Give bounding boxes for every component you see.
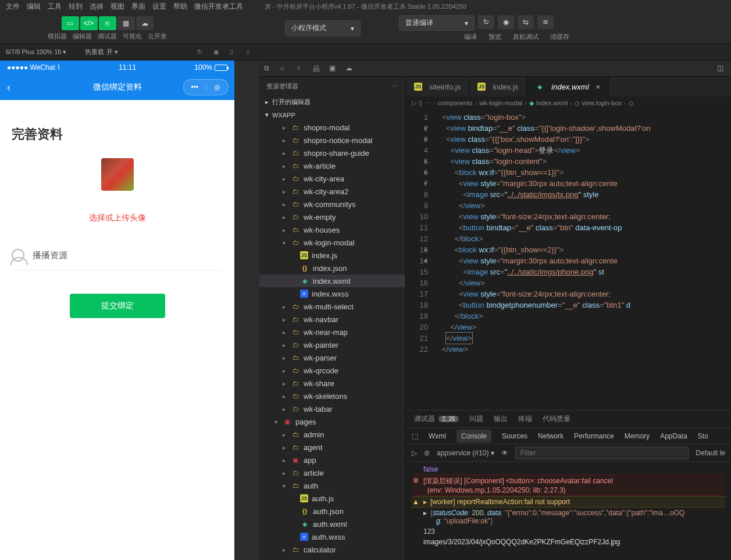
device-icon[interactable]: ▯: [230, 48, 238, 56]
tree-item[interactable]: ≡auth.wxss: [259, 530, 405, 543]
console-filter-input[interactable]: [515, 447, 689, 459]
eye-icon[interactable]: 👁: [501, 449, 508, 457]
home-icon[interactable]: ⌂: [246, 48, 254, 56]
remote-debug-button[interactable]: ⇆: [518, 15, 534, 29]
devtab-storage[interactable]: Sto: [698, 432, 708, 440]
menu-edit[interactable]: 编辑: [23, 2, 44, 12]
tree-item[interactable]: ▸🗀calculator: [259, 543, 405, 556]
devtab-network[interactable]: Network: [538, 432, 564, 440]
tree-item[interactable]: JSindex.js: [259, 249, 405, 262]
split-icon[interactable]: ◫: [717, 64, 726, 73]
back-icon[interactable]: ‹: [7, 81, 10, 94]
search-icon[interactable]: ⌕: [280, 64, 290, 73]
tree-item[interactable]: ▾🗀auth: [259, 479, 405, 492]
open-editors-section[interactable]: ▸ 打开的编辑器: [259, 95, 405, 109]
tree-item[interactable]: ▸🗀wk-houses: [259, 223, 405, 236]
tree-item[interactable]: ▾🗀wk-login-modal: [259, 236, 405, 249]
tree-item[interactable]: ▸🗀wk-empty: [259, 211, 405, 223]
tree-item[interactable]: ▸🗀chat: [259, 556, 405, 560]
context-selector[interactable]: appservice (#10) ▾: [437, 449, 494, 457]
tree-item[interactable]: ▸🗀article: [259, 466, 405, 479]
tree-item[interactable]: ▸🗀shopro-notice-modal: [259, 134, 405, 147]
menu-settings[interactable]: 设置: [149, 2, 170, 12]
files-icon[interactable]: ⧉: [264, 64, 273, 73]
tree-item[interactable]: ▸🗀wk-share: [259, 377, 405, 390]
tree-item[interactable]: ▸🗀wk-city-area: [259, 172, 405, 185]
tree-item[interactable]: ▸🗀wk-qrcode: [259, 364, 405, 377]
code-editor[interactable]: 12▾3▾45▾6▾7▾8910111213▾14▾15161718192021…: [406, 109, 731, 410]
breadcrumb[interactable]: ▷ ▯ ⋯› components› wk-login-modal› ◆inde…: [406, 97, 731, 109]
tree-item[interactable]: ▸🗀wk-near-map: [259, 326, 405, 338]
cloud-toggle[interactable]: ☁: [136, 16, 154, 30]
editor-toggle[interactable]: </>: [80, 16, 98, 30]
devtab-memory[interactable]: Memory: [625, 432, 650, 440]
record-icon[interactable]: ◉: [213, 48, 222, 56]
tree-item[interactable]: ▸🗀wk-parser: [259, 351, 405, 364]
device-selector[interactable]: 6/7/8 Plus 100% 16 ▾: [6, 48, 66, 56]
clear-cache-button[interactable]: ≋: [537, 15, 554, 29]
tree-item[interactable]: ▸🗀shopro-share-guide: [259, 147, 405, 159]
branch-icon[interactable]: ⑂: [297, 64, 306, 73]
panel-tab-quality[interactable]: 代码质量: [543, 414, 570, 424]
visual-toggle[interactable]: ▦: [117, 16, 135, 30]
tree-item[interactable]: ▸🗀wk-communitys: [259, 198, 405, 211]
console-output[interactable]: false ⊗[渲染层错误] [Component] <button>: cho…: [406, 462, 731, 560]
project-section[interactable]: ▾ WXAPP: [259, 109, 405, 121]
terminal-icon[interactable]: ▣: [329, 64, 338, 73]
compile-dropdown[interactable]: 普通编译▾: [399, 15, 475, 31]
panel-tab-terminal[interactable]: 终端: [518, 414, 532, 424]
debugger-toggle[interactable]: ⎋: [99, 16, 116, 30]
devtab-sources[interactable]: Sources: [502, 432, 527, 440]
file-tree[interactable]: ▸🗀shopro-modal▸🗀shopro-notice-modal▸🗀sho…: [259, 121, 405, 560]
tree-item[interactable]: ◆auth.wxml: [259, 518, 405, 530]
mode-dropdown[interactable]: 小程序模式▾: [285, 20, 361, 36]
devtab-performance[interactable]: Performance: [574, 432, 614, 440]
editor-tab[interactable]: ◆index.wxml×: [527, 77, 609, 97]
tree-item[interactable]: {}index.json: [259, 262, 405, 274]
bc-run-icon[interactable]: ▷: [412, 99, 416, 107]
simulator-toggle[interactable]: ▭: [62, 16, 79, 30]
tree-item[interactable]: ▸▣app: [259, 454, 405, 466]
log-levels[interactable]: Default le: [696, 449, 725, 457]
more-icon[interactable]: ⋯: [392, 83, 398, 90]
close-icon[interactable]: ×: [596, 83, 601, 91]
menu-view[interactable]: 视图: [107, 2, 128, 12]
hot-reload-toggle[interactable]: 热重载 开 ▾: [85, 48, 117, 56]
menu-tools[interactable]: 工具: [44, 2, 65, 12]
panel-tab-problems[interactable]: 问题: [469, 414, 483, 424]
tree-item[interactable]: ▸🗀wk-multi-select: [259, 300, 405, 313]
inspect-icon[interactable]: ⬚: [412, 432, 418, 440]
compile-button[interactable]: ↻: [478, 15, 494, 29]
tree-item[interactable]: ▸🗀wk-article: [259, 159, 405, 172]
tree-item[interactable]: {}auth.json: [259, 505, 405, 518]
tree-item[interactable]: ▸🗀wk-painter: [259, 338, 405, 351]
menu-interface[interactable]: 界面: [128, 2, 149, 12]
editor-tab[interactable]: JSsiteinfo.js: [406, 77, 469, 97]
console-play-icon[interactable]: ▷: [412, 449, 417, 457]
devtab-appdata[interactable]: AppData: [660, 432, 687, 440]
devtab-wxml[interactable]: Wxml: [429, 432, 446, 440]
devtab-console[interactable]: Console: [457, 430, 491, 443]
bc-bookmark-icon[interactable]: ▯: [419, 99, 422, 107]
tree-item[interactable]: ▸🗀shopro-modal: [259, 121, 405, 134]
menu-select[interactable]: 选择: [86, 2, 107, 12]
tree-item[interactable]: ▸🗀wk-skeletons: [259, 390, 405, 402]
capsule-button[interactable]: ••• ◎: [183, 79, 229, 95]
panel-tab-output[interactable]: 输出: [494, 414, 508, 424]
avatar-image[interactable]: [101, 158, 134, 191]
tree-item[interactable]: ▸🗀wk-navbar: [259, 313, 405, 326]
preview-button[interactable]: ◉: [498, 15, 514, 29]
menu-file[interactable]: 文件: [2, 2, 23, 12]
tree-item[interactable]: ▾▣pages: [259, 415, 405, 428]
username-row[interactable]: 播播资源: [12, 241, 223, 270]
menu-goto[interactable]: 转到: [65, 2, 86, 12]
tree-item[interactable]: ▸🗀admin: [259, 428, 405, 441]
hierarchy-icon[interactable]: 品: [313, 64, 322, 73]
tree-item[interactable]: ≡index.wxss: [259, 287, 405, 300]
refresh-icon[interactable]: ↻: [197, 48, 205, 56]
menu-help[interactable]: 帮助: [170, 2, 191, 12]
submit-button[interactable]: 提交绑定: [70, 294, 165, 318]
tree-item[interactable]: ◆index.wxml: [259, 274, 405, 287]
console-clear-icon[interactable]: ⊘: [424, 449, 430, 457]
editor-tab[interactable]: JSindex.js: [469, 77, 527, 97]
